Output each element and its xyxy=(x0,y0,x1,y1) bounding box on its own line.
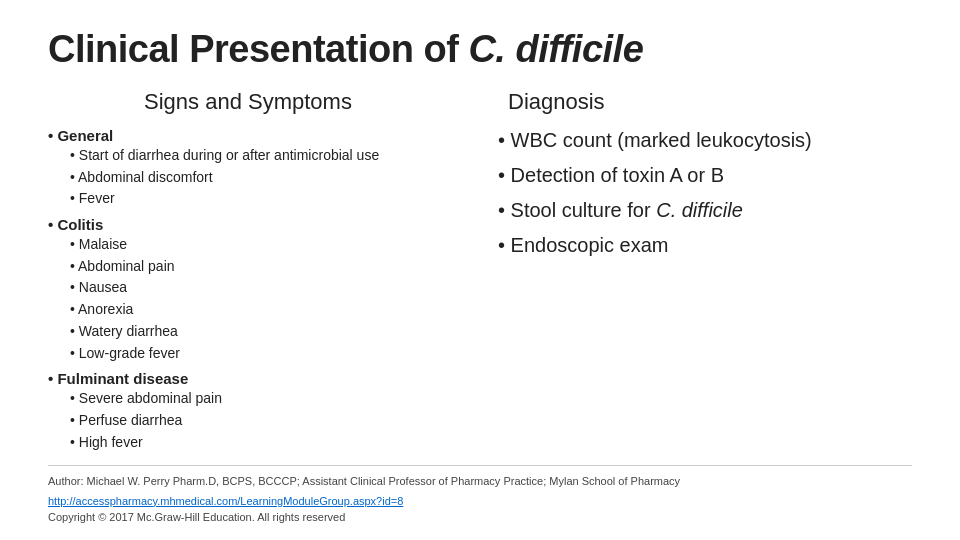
list-item: Abdominal pain xyxy=(70,256,448,278)
footer-link[interactable]: http://accesspharmacy.mhmedical.com/Lear… xyxy=(48,495,403,507)
list-item: Start of diarrhea during or after antimi… xyxy=(70,145,448,167)
list-item: Low-grade fever xyxy=(70,343,448,365)
diagnosis-item-stool: Stool culture for C. difficile xyxy=(498,195,912,226)
content-row: Signs and Symptoms General Start of diar… xyxy=(48,89,912,455)
title-italic: C. difficile xyxy=(468,28,643,70)
page-title: Clinical Presentation of C. difficile xyxy=(48,28,912,71)
section-general: General Start of diarrhea during or afte… xyxy=(48,127,448,210)
list-item: Watery diarrhea xyxy=(70,321,448,343)
section-fulminant-label: Fulminant disease xyxy=(48,370,448,387)
diagnosis-item-wbc: WBC count (marked leukocytosis) xyxy=(498,125,912,156)
diagnosis-list: WBC count (marked leukocytosis) Detectio… xyxy=(498,125,912,261)
footer-author: Author: Michael W. Perry Pharm.D, BCPS, … xyxy=(48,473,912,491)
list-item: Malaise xyxy=(70,234,448,256)
list-item: Fever xyxy=(70,188,448,210)
section-general-label: General xyxy=(48,127,448,144)
right-column: Diagnosis WBC count (marked leukocytosis… xyxy=(468,89,912,455)
section-colitis-label: Colitis xyxy=(48,216,448,233)
section-colitis-list: Malaise Abdominal pain Nausea Anorexia W… xyxy=(48,234,448,364)
section-fulminant-list: Severe abdominal pain Perfuse diarrhea H… xyxy=(48,388,448,453)
section-fulminant: Fulminant disease Severe abdominal pain … xyxy=(48,370,448,453)
left-column: Signs and Symptoms General Start of diar… xyxy=(48,89,468,455)
section-colitis: Colitis Malaise Abdominal pain Nausea An… xyxy=(48,216,448,364)
diagnosis-item-endo: Endoscopic exam xyxy=(498,230,912,261)
footer: Author: Michael W. Perry Pharm.D, BCPS, … xyxy=(48,465,912,526)
list-item: Nausea xyxy=(70,277,448,299)
list-item: Anorexia xyxy=(70,299,448,321)
page: Clinical Presentation of C. difficile Si… xyxy=(0,0,960,540)
list-item: High fever xyxy=(70,432,448,454)
diagnosis-item-toxin: Detection of toxin A or B xyxy=(498,160,912,191)
right-column-header: Diagnosis xyxy=(498,89,912,115)
footer-copyright: Copyright © 2017 Mc.Graw-Hill Education.… xyxy=(48,509,912,527)
list-item: Abdominal discomfort xyxy=(70,167,448,189)
section-general-list: Start of diarrhea during or after antimi… xyxy=(48,145,448,210)
left-column-header: Signs and Symptoms xyxy=(48,89,448,115)
list-item: Perfuse diarrhea xyxy=(70,410,448,432)
list-item: Severe abdominal pain xyxy=(70,388,448,410)
title-prefix: Clinical Presentation of xyxy=(48,28,468,70)
